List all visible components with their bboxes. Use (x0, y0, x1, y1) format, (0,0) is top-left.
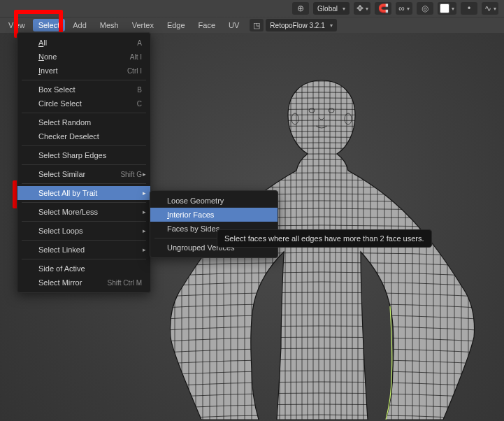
menu-separator (22, 202, 146, 203)
dot-icon: • (468, 4, 470, 13)
menu-item-label: Select More/Less (38, 208, 98, 216)
menu-item-select-more-less[interactable]: Select More/Less (17, 205, 150, 219)
menu-item-label: Select Mirror (38, 278, 82, 287)
menu-item-label: Select Loops (38, 227, 83, 235)
menu-item-select-similar[interactable]: Select Similar Shift G (17, 167, 150, 181)
orientation-picker-icon[interactable]: ⊕ (292, 2, 309, 15)
menu-item-label: Box Select (38, 85, 75, 94)
menu-item-label: Side of Active (38, 264, 85, 273)
menu-separator (22, 183, 146, 184)
menu-add[interactable]: Add (67, 19, 92, 31)
menu-item-label: Loose Geometry (167, 197, 224, 205)
menu-select[interactable]: Select (33, 19, 66, 31)
chevron-down-icon: ▾ (366, 6, 368, 12)
menu-item-label: Select Sharp Edges (38, 151, 106, 159)
select-menu: All A None Alt I Invert Ctrl I Box Selec… (17, 32, 151, 293)
magnet-icon: 🧲 (378, 4, 389, 13)
menu-item-label: Select Linked (38, 245, 85, 254)
menu-item-all[interactable]: All A (17, 36, 150, 50)
menu-item-label: Select All by Trait (38, 189, 97, 197)
menu-item-shortcut: Shift G (120, 171, 142, 178)
submenu-item-interior-faces[interactable]: Interior Faces (150, 208, 278, 222)
chevron-down-icon: ▾ (494, 6, 496, 12)
chevron-down-icon: ▾ (407, 6, 410, 12)
menu-item-label: Faces by Sides (167, 224, 219, 233)
snap-toggle[interactable]: 🧲 (375, 2, 391, 15)
menu-item-label: None (38, 52, 57, 61)
falloff-dropdown[interactable]: ∿▾ (482, 2, 498, 15)
submenu-item-loose-geometry[interactable]: Loose Geometry (150, 194, 278, 208)
menu-item-checker-deselect[interactable]: Checker Deselect (17, 129, 150, 143)
menu-item-label: All (38, 38, 47, 47)
menu-item-box-select[interactable]: Box Select B (17, 83, 150, 97)
menu-separator (22, 80, 146, 80)
circle-dot-icon: ◎ (422, 4, 429, 13)
menu-separator (22, 113, 146, 113)
menu-mesh[interactable]: Mesh (94, 19, 124, 31)
menu-separator (22, 221, 146, 222)
menu-item-select-loops[interactable]: Select Loops (17, 224, 150, 238)
color-swatch (440, 3, 449, 13)
menu-item-select-sharp-edges[interactable]: Select Sharp Edges (17, 148, 150, 162)
menu-item-shortcut: A (137, 39, 142, 47)
pivot-dropdown[interactable]: ✥▾ (354, 2, 370, 15)
link-icon: ∞ (398, 4, 405, 13)
menu-item-select-mirror[interactable]: Select Mirror Shift Ctrl M (17, 276, 150, 290)
menu-item-select-random[interactable]: Select Random (17, 115, 150, 129)
menu-item-side-of-active[interactable]: Side of Active (17, 262, 150, 276)
menu-item-shortcut: Ctrl I (127, 67, 142, 75)
menu-item-none[interactable]: None Alt I (17, 50, 150, 64)
menu-item-invert[interactable]: Invert Ctrl I (17, 64, 150, 78)
menu-item-shortcut: C (137, 100, 142, 108)
menu-item-shortcut: B (137, 86, 142, 94)
proportional-dot[interactable]: • (461, 2, 477, 15)
menu-item-label: Interior Faces (167, 210, 214, 219)
menu-item-label: Invert (38, 66, 58, 75)
menu-item-shortcut: Shift Ctrl M (108, 279, 142, 287)
menu-item-label: Checker Deselect (38, 132, 99, 141)
menu-item-label: Select Random (38, 118, 91, 127)
header-bar: ⊕ Global ▾ ✥▾ 🧲 ∞▾ ◎ ▾ • ∿▾ (0, 0, 504, 17)
viewport-3d[interactable]: ⊕ Global ▾ ✥▾ 🧲 ∞▾ ◎ ▾ • ∿▾ View Select … (0, 0, 504, 421)
menu-view[interactable]: View (3, 19, 31, 31)
pivot-icon: ✥ (357, 4, 363, 13)
menu-item-label: Circle Select (38, 99, 82, 108)
orientation-dropdown[interactable]: Global ▾ (313, 2, 350, 15)
proportional-toggle[interactable]: ◎ (417, 2, 433, 15)
menu-separator (22, 259, 146, 259)
globe-icon: ⊕ (297, 4, 304, 13)
curve-icon: ∿ (484, 4, 491, 13)
select-all-by-trait-submenu: Loose Geometry Interior Faces Faces by S… (150, 190, 278, 258)
tooltip: Select faces where all edges have more t… (217, 229, 432, 248)
menu-item-circle-select[interactable]: Circle Select C (17, 97, 150, 110)
menu-separator (22, 164, 146, 165)
proportional-color[interactable]: ▾ (438, 2, 456, 15)
menu-separator (22, 145, 146, 146)
menu-item-shortcut: Alt I (130, 53, 142, 61)
chevron-down-icon: ▾ (343, 6, 345, 12)
chevron-down-icon: ▾ (452, 6, 454, 12)
menu-separator (22, 240, 146, 241)
menu-item-label: Select Similar (38, 170, 85, 178)
menu-item-select-all-by-trait[interactable]: Select All by Trait (17, 186, 150, 200)
orientation-label: Global (317, 5, 338, 13)
snap-options[interactable]: ∞▾ (396, 2, 412, 15)
menu-item-select-linked[interactable]: Select Linked (17, 243, 150, 257)
